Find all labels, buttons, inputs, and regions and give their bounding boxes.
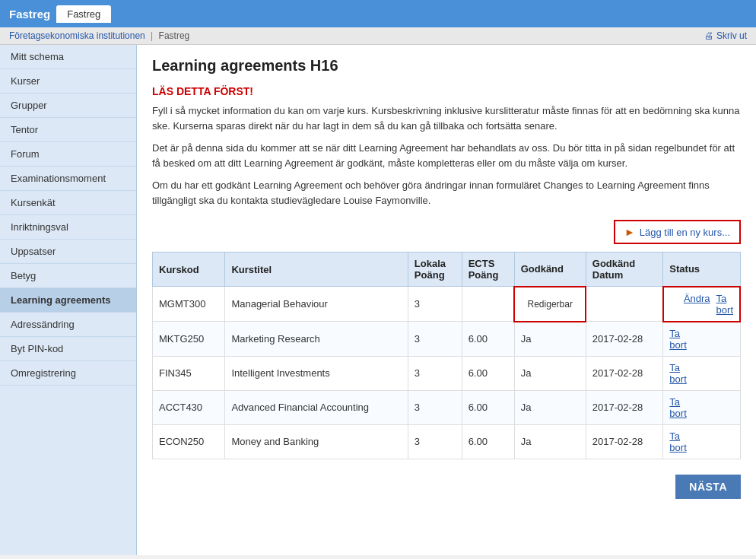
breadcrumb-separator: |	[151, 30, 153, 41]
nasta-button[interactable]: NÄSTA	[675, 475, 741, 499]
cell-godkand: Ja	[514, 390, 586, 424]
cell-lokala-poang: 3	[408, 322, 462, 357]
breadcrumb: Företagsekonomiska institutionen | Fastr…	[9, 30, 189, 41]
sidebar-item-byt-pin-kod[interactable]: Byt PIN-kod	[0, 337, 136, 361]
cell-godkand: Ja	[514, 356, 586, 390]
sidebar-item-kurser[interactable]: Kurser	[0, 69, 136, 94]
cell-status: ÄndraTabort	[663, 287, 740, 322]
add-course-button[interactable]: ► Lägg till en ny kurs...	[614, 220, 741, 244]
app-title: Fastreg	[9, 8, 50, 21]
col-godkand-datum: GodkändDatum	[586, 253, 663, 287]
cell-kurstitel: Money and Banking	[225, 424, 408, 459]
tabort-link[interactable]: Tabort	[669, 328, 686, 351]
info-paragraph-3: Om du har ett godkänt Learning Agreement…	[152, 178, 741, 208]
table-header: Kurskod Kurstitel LokalaPoäng ECTSPoäng …	[153, 253, 741, 287]
table-row: ECON250Money and Banking36.00Ja2017-02-2…	[153, 424, 741, 459]
col-godkand: Godkänd	[514, 253, 586, 287]
main-content: Learning agreements H16 LÄS DETTA FÖRST!…	[137, 45, 756, 555]
cell-godkand-datum: 2017-02-28	[586, 322, 663, 357]
tabort-link[interactable]: Tabort	[669, 430, 686, 453]
table-row: FIN345Intelligent Investments36.00Ja2017…	[153, 356, 741, 390]
cell-godkand-datum	[586, 287, 663, 322]
sidebar-item-adressändring[interactable]: Adressändring	[0, 313, 136, 337]
cell-kurstitel: Managerial Behaviour	[225, 287, 408, 322]
cell-godkand-datum: 2017-02-28	[586, 390, 663, 424]
cell-kurstitel: Advanced Financial Accounting	[225, 390, 408, 424]
cell-lokala-poang: 3	[408, 356, 462, 390]
print-link[interactable]: 🖨 Skriv ut	[704, 30, 747, 41]
sidebar: Mitt schemaKurserGrupperTentorForumExami…	[0, 45, 137, 555]
sidebar-item-uppsatser[interactable]: Uppsatser	[0, 240, 136, 264]
cell-godkand: Redigerbar	[514, 287, 586, 322]
cell-kurstitel: Marketing Research	[225, 322, 408, 357]
cell-lokala-poang: 3	[408, 424, 462, 459]
printer-icon: 🖨	[704, 30, 713, 41]
sidebar-item-omregistrering[interactable]: Omregistrering	[0, 361, 136, 386]
breadcrumb-institution[interactable]: Företagsekonomiska institutionen	[9, 30, 145, 41]
cell-godkand: Ja	[514, 322, 586, 357]
breadcrumb-bar: Företagsekonomiska institutionen | Fastr…	[0, 27, 756, 45]
bottom-area: NÄSTA	[152, 475, 741, 499]
cell-ects-poang: 6.00	[462, 390, 514, 424]
cell-status: Tabort	[663, 322, 740, 357]
cell-kurskod: MKTG250	[153, 322, 225, 357]
cell-ects-poang: 6.00	[462, 356, 514, 390]
cell-lokala-poang: 3	[408, 287, 462, 322]
layout: Mitt schemaKurserGrupperTentorForumExami…	[0, 45, 756, 555]
sidebar-item-tentor[interactable]: Tentor	[0, 118, 136, 142]
cell-ects-poang: 6.00	[462, 322, 514, 357]
sidebar-item-betyg[interactable]: Betyg	[0, 264, 136, 288]
tabort-link[interactable]: Tabort	[716, 293, 733, 316]
tabort-link[interactable]: Tabort	[669, 362, 686, 385]
top-bar: Fastreg Fastreg	[0, 0, 756, 27]
arrow-right-icon: ►	[624, 226, 635, 238]
cell-lokala-poang: 3	[408, 390, 462, 424]
read-first-heading: LÄS DETTA FÖRST!	[152, 85, 741, 97]
fastreg-tab[interactable]: Fastreg	[56, 5, 111, 23]
andra-link[interactable]: Ändra	[684, 293, 710, 316]
cell-status: Tabort	[663, 424, 740, 459]
info-paragraph-1: Fyll i så mycket information du kan om v…	[152, 103, 741, 133]
col-kurstitel: Kurstitel	[225, 253, 408, 287]
cell-godkand-datum: 2017-02-28	[586, 424, 663, 459]
print-label: Skriv ut	[716, 30, 747, 41]
tabort-link[interactable]: Tabort	[669, 396, 686, 419]
cell-status: Tabort	[663, 390, 740, 424]
add-course-label: Lägg till en ny kurs...	[640, 227, 730, 238]
page-title: Learning agreements H16	[152, 57, 741, 75]
cell-kurskod: FIN345	[153, 356, 225, 390]
table-body: MGMT300Managerial Behaviour3RedigerbarÄn…	[153, 287, 741, 459]
sidebar-item-kursenkät[interactable]: Kursenkät	[0, 191, 136, 215]
cell-kurstitel: Intelligent Investments	[225, 356, 408, 390]
breadcrumb-current: Fastreg	[159, 30, 190, 41]
info-paragraph-2: Det är på denna sida du kommer att se nä…	[152, 141, 741, 170]
cell-godkand: Ja	[514, 424, 586, 459]
cell-kurskod: ACCT430	[153, 390, 225, 424]
cell-godkand-datum: 2017-02-28	[586, 356, 663, 390]
table-row: MGMT300Managerial Behaviour3RedigerbarÄn…	[153, 287, 741, 322]
sidebar-item-inriktningsval[interactable]: Inriktningsval	[0, 215, 136, 240]
sidebar-item-forum[interactable]: Forum	[0, 142, 136, 167]
add-course-area: ► Lägg till en ny kurs...	[152, 220, 741, 244]
table-row: MKTG250Marketing Research36.00Ja2017-02-…	[153, 322, 741, 357]
sidebar-item-learning-agreements[interactable]: Learning agreements	[0, 288, 136, 313]
courses-table: Kurskod Kurstitel LokalaPoäng ECTSPoäng …	[152, 252, 741, 459]
cell-ects-poang	[462, 287, 514, 322]
col-ects-poang: ECTSPoäng	[462, 253, 514, 287]
col-status: Status	[663, 253, 740, 287]
sidebar-item-mitt-schema[interactable]: Mitt schema	[0, 45, 136, 69]
sidebar-item-grupper[interactable]: Grupper	[0, 94, 136, 118]
table-row: ACCT430Advanced Financial Accounting36.0…	[153, 390, 741, 424]
col-lokala-poang: LokalaPoäng	[408, 253, 462, 287]
cell-kurskod: ECON250	[153, 424, 225, 459]
cell-status: Tabort	[663, 356, 740, 390]
cell-ects-poang: 6.00	[462, 424, 514, 459]
cell-kurskod: MGMT300	[153, 287, 225, 322]
sidebar-item-examinationsmoment[interactable]: Examinationsmoment	[0, 167, 136, 191]
col-kurskod: Kurskod	[153, 253, 225, 287]
